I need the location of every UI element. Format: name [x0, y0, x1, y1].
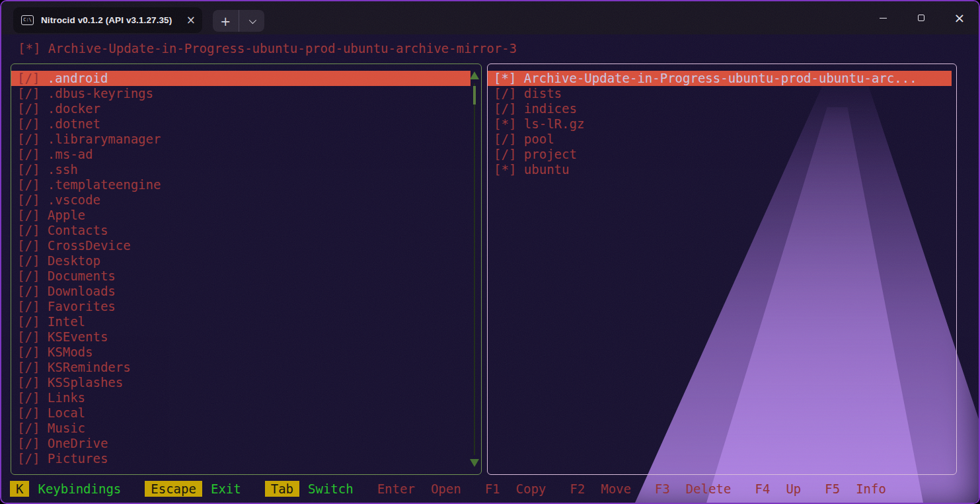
tab-dropdown-button[interactable] [239, 10, 265, 32]
file-name: Archive-Update-in-Progress-ubuntu-prod-u… [524, 71, 917, 86]
keybinding-item[interactable]: F3 Delete [655, 482, 732, 496]
keybinding-label: Keybindings [38, 482, 121, 496]
new-tab-button[interactable]: + [213, 10, 239, 32]
file-row[interactable]: [/] .docker [11, 101, 471, 116]
file-row[interactable]: [/] .ms-ad [11, 147, 471, 162]
file-row[interactable]: [/] .dbus-keyrings [11, 86, 471, 101]
keybinding-label: Info [856, 482, 886, 496]
file-row[interactable]: [/] CrossDevice [11, 238, 471, 253]
terminal-tab[interactable]: C:\ Nitrocid v0.1.2 (API v3.1.27.35) × [13, 7, 202, 33]
file-row[interactable]: [/] Music [11, 421, 471, 436]
file-name: Apple [48, 208, 85, 223]
keybinding-key: Escape [145, 481, 202, 497]
keybinding-label: Up [786, 482, 801, 496]
scrollbar-thumb[interactable] [473, 86, 476, 105]
file-name: project [524, 147, 577, 162]
file-row[interactable]: [*] Archive-Update-in-Progress-ubuntu-pr… [488, 71, 952, 86]
file-row[interactable]: [/] Contacts [11, 223, 471, 238]
keybinding-item[interactable]: Escape Exit [145, 481, 241, 497]
keybinding-item[interactable]: Enter Open [377, 482, 461, 496]
file-row[interactable]: [/] .librarymanager [11, 132, 471, 147]
file-row[interactable]: [/] Favorites [11, 299, 471, 314]
keybinding-item[interactable]: F2 Move [570, 482, 631, 496]
selection-marker: [/] [17, 116, 40, 132]
selection-marker: [/] [17, 147, 40, 162]
file-row[interactable]: [/] Documents [11, 269, 471, 284]
selection-marker: [/] [17, 86, 40, 101]
minimize-icon [880, 18, 887, 19]
minimize-button[interactable] [864, 1, 902, 34]
keybinding-label: Copy [516, 482, 547, 496]
file-row[interactable]: [/] .ssh [11, 162, 471, 177]
file-row[interactable]: [/] Intel [11, 314, 471, 329]
keybinding-key: Enter [377, 482, 415, 496]
selection-marker: [/] [17, 253, 40, 269]
file-name: .templateengine [48, 177, 161, 192]
close-button[interactable]: × [940, 1, 979, 34]
file-name: Music [48, 421, 85, 436]
file-name: Intel [48, 314, 85, 329]
file-row[interactable]: [/] KSSplashes [11, 375, 471, 390]
keybinding-item[interactable]: K Keybindings [10, 481, 121, 497]
keybinding-item[interactable]: F5 Info [825, 482, 886, 496]
file-row[interactable]: [/] pool [488, 132, 952, 147]
keybinding-label: Exit [211, 482, 241, 496]
file-row[interactable]: [/] indices [488, 101, 952, 116]
file-row[interactable]: [/] Local [11, 405, 471, 421]
left-panel-scrollbar[interactable] [470, 70, 479, 468]
file-row[interactable]: [/] .android [11, 71, 471, 86]
file-row[interactable]: [/] .templateengine [11, 177, 471, 192]
keybinding-item[interactable]: Tab Switch [265, 481, 354, 497]
selection-marker: [/] [17, 314, 40, 329]
file-name: dists [524, 86, 562, 101]
file-name: .dbus-keyrings [48, 86, 153, 101]
selection-marker: [/] [17, 162, 40, 177]
file-name: .ms-ad [48, 147, 93, 162]
file-row[interactable]: [/] project [488, 147, 952, 162]
file-row[interactable]: [/] Pictures [11, 451, 471, 466]
file-row[interactable]: [/] KSReminders [11, 360, 471, 375]
selection-marker: [*] [494, 71, 516, 86]
selection-marker: [/] [17, 405, 40, 421]
file-name: Pictures [48, 451, 108, 466]
file-row[interactable]: [/] KSMods [11, 345, 471, 360]
file-name: .android [48, 71, 108, 86]
keybinding-label: Move [601, 482, 631, 496]
scroll-up-icon[interactable] [470, 71, 479, 79]
right-file-list: [*] Archive-Update-in-Progress-ubuntu-pr… [488, 71, 956, 177]
file-row[interactable]: [/] KSEvents [11, 329, 471, 345]
file-row[interactable]: [/] Apple [11, 208, 471, 223]
file-row[interactable]: [/] .dotnet [11, 116, 471, 132]
file-row[interactable]: [/] Downloads [11, 284, 471, 299]
file-name: Favorites [48, 299, 116, 314]
tab-close-icon[interactable]: × [186, 15, 196, 26]
keybinding-key: Tab [265, 481, 299, 497]
file-row[interactable]: [/] Links [11, 390, 471, 405]
selection-marker: [*] [494, 162, 516, 177]
selection-marker: [/] [494, 147, 516, 162]
keybinding-label: Open [431, 482, 461, 496]
file-row[interactable]: [*] ls-lR.gz [488, 116, 952, 132]
file-row[interactable]: [/] dists [488, 86, 952, 101]
maximize-icon [918, 15, 924, 21]
selection-marker: [/] [17, 284, 40, 299]
keybindings-statusbar: K Keybindings Escape Exit Tab Switch Ent… [1, 475, 979, 503]
file-row[interactable]: [/] .vscode [11, 192, 471, 208]
file-name: CrossDevice [48, 238, 131, 253]
keybinding-item[interactable]: F1 Copy [485, 482, 547, 496]
terminal-window: C:\ Nitrocid v0.1.2 (API v3.1.27.35) × +… [0, 0, 980, 504]
keybinding-key: F1 [485, 482, 500, 496]
file-row[interactable]: [/] Desktop [11, 253, 471, 269]
left-file-panel: [/] .android [/] .dbus-keyrings [/] .doc… [11, 63, 482, 475]
file-row[interactable]: [*] ubuntu [488, 162, 952, 177]
scroll-down-icon[interactable] [470, 459, 479, 467]
keybinding-key: F4 [755, 482, 770, 496]
keybinding-item[interactable]: F4 Up [755, 482, 801, 496]
file-name: KSEvents [48, 329, 108, 345]
file-name: KSSplashes [48, 375, 123, 390]
selection-marker: [/] [17, 208, 40, 223]
current-path-line: [*] Archive-Update-in-Progress-ubuntu-pr… [18, 40, 517, 56]
file-row[interactable]: [/] OneDrive [11, 436, 471, 451]
maximize-button[interactable] [902, 1, 940, 34]
scrollbar-track[interactable] [474, 83, 475, 455]
